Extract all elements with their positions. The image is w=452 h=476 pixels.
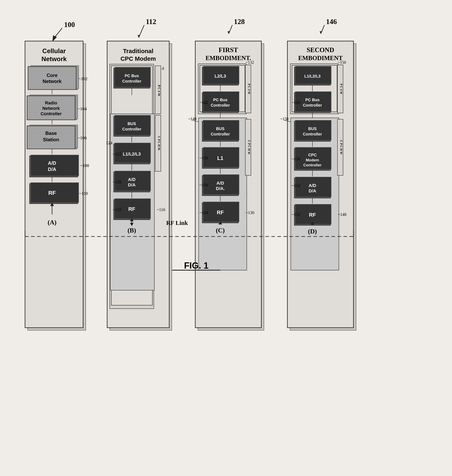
rf-a-label: RF [48,190,56,196]
busctrl-d-label2: Controller [303,132,322,136]
l1l2l3-b-label: L1/L2/L3 [123,151,140,156]
ref-100: 100 [64,21,75,29]
busctrl-c-label: BUS [216,126,225,131]
rnc-label2: Network [42,106,60,111]
bs-label2: Station [43,137,59,142]
diagram-svg: 100 Cellular Network Core Network ~102 R… [16,12,437,453]
ref-106: ~106 [78,135,87,140]
ref-138: ~138 [199,156,208,160]
ref-124: 124 [106,140,112,145]
adda-c-label: A/D [217,181,224,186]
ref-110: ~110 [79,191,88,196]
cpchw-c-label: C P C H W [247,140,251,154]
ref-136: ~136 [199,183,208,187]
adda-a-label2: D/A [48,167,56,172]
ref-150: ~150 [338,60,346,65]
adda-d-label: A/D [309,183,316,188]
bottom-label-a: (A) [48,219,56,226]
col-c-title: FIRST [219,46,238,54]
ref-142: ~142 [199,100,208,105]
pcbus-d-label: PC Bus [305,98,319,102]
busctrl-c-label2: Controller [211,132,230,136]
pcbus-d-label2: Controller [303,103,322,108]
cpcmodem-d-label2: Modem [306,158,319,162]
cpchw-d-label: C P C H W [340,140,343,154]
ref-102: ~102 [79,76,87,81]
core-network-label: Core [47,73,58,78]
busctrl-b-label2: Controller [122,127,141,131]
ref-130: ~130 [246,210,254,215]
col-d-title: SECOND [307,46,334,54]
pcbus-b-label: PC Bus [125,74,139,78]
ref-134: ~134 [199,210,208,215]
rf-link-label: RF Link [166,219,188,226]
ref-154: ~154 [292,183,300,188]
rf-d-label: RF [309,212,316,218]
svg-rect-7 [28,67,76,90]
l2l3-c-label: L2/L3 [214,74,226,79]
ref-132: ~132 [246,60,254,65]
pcbus-b-label2: Controller [122,79,141,83]
ref-104: ~104 [78,106,87,111]
cpchw-b-label: C P C H W [157,136,161,150]
adda-d-label2: D/A [309,188,316,193]
core-network-label2: Network [43,79,62,84]
pcsw-d-label: P C S W [340,84,343,94]
col-b-title2: CPC Modem [120,55,156,62]
bottom-label-b: (B) [127,227,136,234]
rnc-label: Radio [45,100,57,105]
ref-120: ~120 [113,180,121,184]
col-a-title2: Network [41,55,67,62]
rf-c-label: RF [217,210,224,215]
busctrl-b-label: BUS [127,122,136,126]
ref-128: 128 [234,18,245,26]
adda-c-label2: D/A. [216,186,225,191]
ref-116: ~116 [157,207,165,212]
ref-152: ~152 [292,212,300,217]
bs-label: Base [45,130,57,136]
adda-b-label: A/D [128,177,136,182]
bottom-label-c: (C) [216,227,225,234]
adda-a-label: A/D [48,160,56,166]
rnc-label3: Controller [40,111,62,116]
pcsw-c-label: P C S W [247,84,251,94]
pcbus-c-label: PC Bus [213,98,227,102]
adda-b-label2: D/A [128,182,136,187]
l1l2l3-d-label: L1/L2/L3 [304,74,320,78]
ref-148: ~148 [338,212,346,217]
bottom-label-d: (D) [308,228,317,235]
cpcmodem-d-label: CPC [308,153,317,157]
ref-122: ~122 [113,152,121,156]
ref-146: 146 [326,18,337,26]
ref-118: ~118 [113,207,121,212]
col-d-title2: EMBODIMENT [298,54,343,61]
busctrl-d-label: BUS [308,126,317,131]
col-c-title2: EMBODIMENT. [206,54,251,61]
rf-b-label: RF [128,206,135,212]
pcbus-c-label2: Controller [211,103,230,108]
pcsw-b-label: P C S W [157,85,161,96]
fig-label: FIG. 1 [184,261,208,270]
ref-108: ~108 [80,163,89,168]
col-b-title: Traditional [123,48,153,54]
col-a-title: Cellular [42,47,66,54]
ref-112: 112 [146,18,156,26]
cpcmodem-d-label3: Controller [303,163,322,167]
ref-156: ~156 [292,156,300,161]
l1-c-label: L1 [217,155,223,161]
ref-160: ~160 [292,100,300,105]
page: 100 Cellular Network Core Network ~102 R… [0,0,452,476]
